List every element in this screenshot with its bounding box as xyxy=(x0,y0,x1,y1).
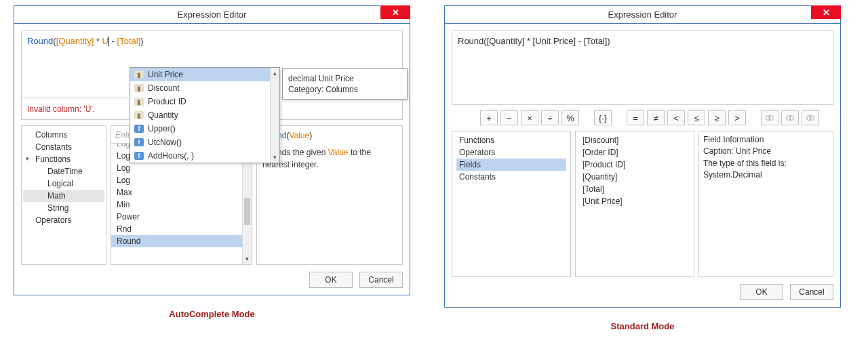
category-math[interactable]: Math xyxy=(23,190,104,202)
op-arith-button[interactable]: − xyxy=(500,110,518,125)
field-item[interactable]: [Unit Price] xyxy=(580,195,690,207)
autocomplete-item[interactable]: fUtcNow() xyxy=(130,136,279,149)
close-button[interactable]: ✕ xyxy=(380,5,410,19)
category-operators[interactable]: Operators xyxy=(23,214,104,226)
autocomplete-item-label: UtcNow() xyxy=(148,138,182,147)
category-constants[interactable]: Constants xyxy=(23,141,104,153)
expression-text: Round([Quantity] * [Unit Price] - [Total… xyxy=(458,36,610,46)
op-logic-button[interactable] xyxy=(802,110,819,125)
column-icon: ▮ xyxy=(134,111,144,119)
svg-point-0 xyxy=(766,116,770,121)
fields-list[interactable]: [Discount][Order ID][Product ID][Quantit… xyxy=(575,131,694,277)
field-info-pane: Field Information Caption: Unit Price Th… xyxy=(698,131,833,277)
scroll-thumb[interactable] xyxy=(244,198,250,225)
op-logic-button[interactable] xyxy=(781,110,799,125)
autocomplete-item-label: AddHours(, ) xyxy=(148,151,194,161)
titlebar: Expression Editor ✕ xyxy=(445,6,840,24)
info-type-label: The type of this field is: xyxy=(703,158,829,169)
panel-caption: Standard Mode xyxy=(444,321,841,331)
function-item[interactable]: Round xyxy=(111,235,252,247)
autocomplete-item-label: Upper() xyxy=(148,124,176,133)
panel-caption: AutoComplete Mode xyxy=(14,309,410,319)
close-icon: ✕ xyxy=(392,8,399,17)
op-compare-button[interactable]: ≠ xyxy=(647,110,665,125)
expr-token-fn: Round xyxy=(27,36,53,46)
category-item[interactable]: Operators xyxy=(456,146,566,159)
scroll-up-icon[interactable]: ▴ xyxy=(271,68,279,79)
autocomplete-dialog: Expression Editor ✕ Round([Quantity] * U… xyxy=(14,5,410,295)
svg-point-2 xyxy=(786,116,791,121)
cancel-button[interactable]: Cancel xyxy=(359,272,403,288)
cancel-button[interactable]: Cancel xyxy=(790,284,833,300)
function-item[interactable]: Min xyxy=(111,199,252,211)
autocomplete-item[interactable]: fUpper() xyxy=(130,122,279,136)
op-arith-button[interactable]: ÷ xyxy=(541,110,559,125)
op-compare-button[interactable]: < xyxy=(667,110,685,125)
scroll-down-icon[interactable]: ▾ xyxy=(271,152,279,163)
op-arith-button[interactable]: % xyxy=(561,110,579,125)
autocomplete-item[interactable]: ▮Quantity xyxy=(130,108,279,122)
autocomplete-scrollbar[interactable]: ▴ ▾ xyxy=(270,68,279,163)
standard-dialog: Expression Editor ✕ Round([Quantity] * [… xyxy=(444,5,841,308)
field-item[interactable]: [Order ID] xyxy=(580,146,690,159)
field-item[interactable]: [Quantity] xyxy=(580,171,690,183)
autocomplete-item[interactable]: ▮Discount xyxy=(130,81,279,95)
logic-or-icon xyxy=(785,113,795,123)
op-arith-button[interactable]: × xyxy=(521,110,538,125)
ok-button[interactable]: OK xyxy=(740,284,783,300)
field-item[interactable]: [Total] xyxy=(580,183,690,195)
op-compare-button[interactable]: ≤ xyxy=(688,110,705,125)
category-item[interactable]: Fields xyxy=(456,159,566,171)
titlebar: Expression Editor ✕ xyxy=(14,6,410,24)
expression-input[interactable]: Round([Quantity] * [Unit Price] - [Total… xyxy=(452,30,833,105)
field-item[interactable]: [Discount] xyxy=(580,134,690,146)
op-compare-button[interactable]: > xyxy=(728,110,746,125)
close-button[interactable]: ✕ xyxy=(811,5,841,19)
category-tree[interactable]: Columns Constants ▾ Functions DateTime L… xyxy=(21,125,106,265)
category-columns[interactable]: Columns xyxy=(23,129,104,141)
op-compare-button[interactable]: ≥ xyxy=(708,110,726,125)
column-icon: ▮ xyxy=(134,84,144,92)
column-icon: ▮ xyxy=(134,98,144,106)
category-datetime[interactable]: DateTime xyxy=(23,165,104,178)
autocomplete-tooltip: decimal Unit Price Category: Columns xyxy=(282,68,408,100)
info-caption: Caption: Unit Price xyxy=(703,146,829,157)
function-icon: f xyxy=(134,138,144,146)
function-item[interactable]: Log xyxy=(111,174,252,186)
op-group-button[interactable]: {·} xyxy=(594,110,612,125)
function-item[interactable]: Log xyxy=(111,162,252,174)
category-string[interactable]: String xyxy=(23,202,104,214)
function-icon: f xyxy=(134,152,144,160)
category-item[interactable]: Functions xyxy=(456,134,566,146)
autocomplete-item[interactable]: ▮Product ID xyxy=(130,95,279,108)
op-logic-button[interactable] xyxy=(761,110,778,125)
function-item[interactable]: Power xyxy=(111,211,252,223)
tooltip-line: Category: Columns xyxy=(288,84,401,95)
function-item[interactable]: Rnd xyxy=(111,223,252,235)
ok-button[interactable]: OK xyxy=(309,272,353,288)
svg-point-1 xyxy=(769,116,774,121)
category-item[interactable]: Constants xyxy=(456,171,566,183)
operator-toolbar: +−×÷% {·} =≠<≤≥> xyxy=(452,105,833,131)
autocomplete-item[interactable]: fAddHours(, ) xyxy=(130,149,279,163)
category-logical[interactable]: Logical xyxy=(23,178,104,190)
expr-token: * xyxy=(94,36,102,46)
category-list[interactable]: FunctionsOperatorsFieldsConstants xyxy=(452,131,571,277)
autocomplete-item-label: Unit Price xyxy=(148,70,183,79)
column-icon: ▮ xyxy=(134,70,144,79)
function-item[interactable]: Max xyxy=(111,186,252,199)
field-item[interactable]: [Product ID] xyxy=(580,159,690,171)
autocomplete-item[interactable]: ▮Unit Price xyxy=(130,68,279,81)
info-title: Field Information xyxy=(703,134,829,146)
op-arith-button[interactable]: + xyxy=(480,110,498,125)
tooltip-line: decimal Unit Price xyxy=(288,73,401,84)
function-description: Rounds the given Value to the nearest in… xyxy=(262,147,397,171)
category-functions[interactable]: ▾ Functions xyxy=(23,153,104,165)
autocomplete-popup: ▮Unit Price▮Discount▮Product ID▮Quantity… xyxy=(130,67,280,163)
op-compare-button[interactable]: = xyxy=(627,110,644,125)
expr-token-col: [Quantity] xyxy=(56,36,94,46)
chevron-down-icon[interactable]: ▾ xyxy=(26,155,29,162)
scroll-down-icon[interactable]: ▾ xyxy=(243,253,252,264)
autocomplete-item-label: Discount xyxy=(148,83,180,93)
function-signature: Round(Value) xyxy=(262,130,397,142)
